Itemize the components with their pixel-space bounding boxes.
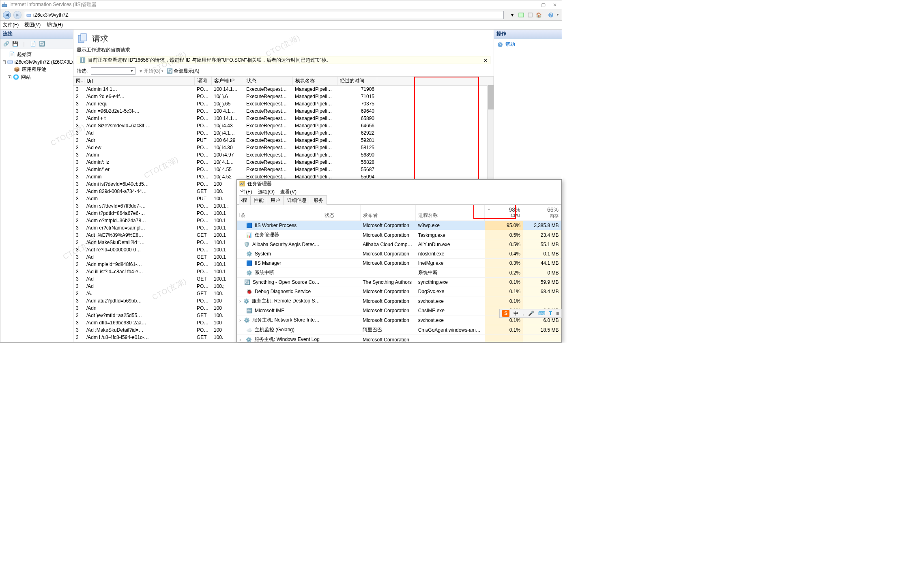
svg-text:?: ? [550, 12, 552, 18]
taskmgr-title: 任务管理器 [247, 180, 272, 187]
address-text: iZ6cx3lv9vyth7Z [33, 12, 69, 18]
filter-showall[interactable]: 🔄全部显示(A) [167, 68, 200, 75]
table-row[interactable]: 3/Ad ewPOST10( i4.30ExecuteRequestHan…Ma… [73, 144, 494, 151]
sogou-icon[interactable]: S [502, 310, 509, 317]
table-row[interactable]: 3/AdmiPOST100 i4.97ExecuteRequestHan…Man… [73, 151, 494, 159]
svg-rect-2 [27, 14, 31, 17]
ime-menu-icon[interactable]: ≡ [556, 311, 559, 316]
tree-server[interactable]: −iZ6cx3lv9vyth7Z (IZ6CX3LV9 [2, 58, 72, 66]
tm-menu-file[interactable]: '件(F) [240, 189, 252, 195]
tm-row[interactable]: 🟦IIS ManagerMicrosoft CorporationInetMgr… [237, 259, 561, 268]
connections-header: 连接 [0, 30, 73, 39]
table-row[interactable]: 3/Admin/' erPOST10( 4.55ExecuteRequestHa… [73, 166, 494, 173]
ime-bar[interactable]: S 中 , 🎤 ⌨ T ≡ [499, 309, 562, 318]
tm-row[interactable]: 🛡️Alibaba Security Aegis Detec…Alibaba C… [237, 240, 561, 249]
help-icon: ? [497, 42, 503, 47]
tm-row[interactable]: ☁️主机监控 (Golang)阿里巴巴CmsGoAgent.windows-am… [237, 325, 561, 335]
tab-processes[interactable]: ·程 [239, 195, 251, 205]
info-icon: ℹ️ [80, 57, 86, 63]
tm-row[interactable]: 📊任务管理器Microsoft CorporationTaskmgr.exe0.… [237, 230, 561, 240]
table-row[interactable]: 3/Adm ?d e6-e4f…POST10( ).6ExecuteReques… [73, 93, 494, 100]
tree-start-page[interactable]: 📄起始页 [2, 51, 72, 58]
table-row[interactable]: 3/Adn Size?smdevId=6ac8lf-…POST10( i4.43… [73, 122, 494, 129]
tm-menu-options[interactable]: 选项(O) [258, 189, 275, 195]
home-icon[interactable]: 🏠 [535, 11, 543, 19]
table-row[interactable]: 3/Admin 14.1…POST100 14.1…ExecuteRequest… [73, 86, 494, 93]
tab-details[interactable]: 详细信息 [284, 195, 310, 205]
connect-icon[interactable]: 🔗 [3, 41, 9, 47]
ime-lang[interactable]: 中 [514, 310, 518, 317]
server-icon [26, 12, 32, 18]
table-row[interactable]: 3/Adn =96b2d2e1-5c3f-…POST100 4.1…Execut… [73, 107, 494, 115]
maximize-button[interactable]: ▢ [541, 2, 546, 8]
ime-t[interactable]: T [549, 311, 552, 316]
svg-rect-12 [240, 181, 245, 186]
filter-label: 筛选: [77, 68, 88, 75]
connections-tree[interactable]: 📄起始页 −iZ6cx3lv9vyth7Z (IZ6CX3LV9 📦应用程序池 … [0, 49, 73, 83]
tm-menu-view[interactable]: 查看(V) [280, 189, 297, 195]
filter-bar: 筛选: ▼ ▼开始(G)▾ 🔄全部显示(A) [73, 66, 494, 76]
stop-icon[interactable] [526, 11, 534, 19]
address-box[interactable]: iZ6cx3lv9vyth7Z [24, 11, 504, 19]
tree-apppools[interactable]: 📦应用程序池 [7, 66, 72, 73]
titlebar: Internet Information Services (IIS)管理器 —… [0, 0, 562, 9]
col-client[interactable]: 客户端 IP [211, 77, 244, 86]
tm-row[interactable]: 🟦IIS Worker ProcessMicrosoft Corporation… [237, 221, 561, 230]
col-state[interactable]: 状态 [244, 77, 292, 86]
table-row[interactable]: 3/Admi + tPOST100 14.1…ExecuteRequestHan… [73, 115, 494, 122]
taskmgr-table[interactable]: iゑ 状态 发布者 进程名称 ⌄98%CPU 66%内存 🟦IIS Worker… [237, 205, 561, 342]
help-link[interactable]: ? 帮助 [497, 40, 559, 49]
filter-input[interactable]: ▼ [91, 67, 135, 75]
menu-file[interactable]: 文件(F) [3, 21, 19, 28]
tm-row[interactable]: ⚙️SystemMicrosoft Corporationntoskrnl.ex… [237, 249, 561, 259]
col-url[interactable]: Url [84, 77, 194, 86]
dropdown-icon[interactable]: ▾ [509, 11, 516, 19]
back-button[interactable]: ◀ [3, 11, 11, 19]
tm-row[interactable]: 🔄Syncthing - Open Source Co…The Syncthin… [237, 278, 561, 287]
col-verb[interactable]: 谓词 [194, 77, 211, 86]
minimize-button[interactable]: — [529, 2, 534, 8]
info-close-icon[interactable]: ✕ [483, 58, 488, 63]
taskmgr-tabs: ·程 性能 用户 详细信息 服务 [237, 196, 561, 205]
ime-keyboard-icon[interactable]: ⌨ [538, 311, 545, 316]
iis-icon [1, 2, 8, 8]
navbar: ◀ ▶ iZ6cx3lv9vyth7Z ▾ 🏠 | ? ▼ [0, 9, 562, 21]
forward-button[interactable]: ▶ [13, 11, 21, 19]
tmcol-cpu[interactable]: ⌄98%CPU [485, 205, 523, 221]
table-row[interactable]: 3/Adn requPOST10( ).65ExecuteRequestHan…… [73, 100, 494, 107]
svg-rect-1 [4, 2, 5, 4]
table-row[interactable]: 3/AdPOST10( i4.1…ExecuteRequestHan…Manag… [73, 129, 494, 137]
tmcol-procname[interactable]: 进程名称 [416, 205, 485, 221]
col-module[interactable]: 模块名称 [292, 77, 337, 86]
tm-row[interactable]: ›⚙️服务主机: Windows Event LogMicrosoft Corn… [237, 335, 561, 342]
help-icon[interactable]: ? [547, 11, 554, 19]
menu-help[interactable]: 帮助(H) [46, 21, 63, 28]
doc-icon[interactable]: 📄 [30, 41, 36, 47]
tmcol-mem[interactable]: 66%内存 [523, 205, 561, 221]
tm-row[interactable]: ⚙️系统中断系统中断0.2%0 MB [237, 268, 561, 278]
save-icon[interactable]: 💾 [12, 41, 18, 47]
col-net[interactable]: 网... [73, 77, 84, 86]
tmcol-name[interactable]: iゑ [237, 205, 322, 221]
close-button[interactable]: ✕ [553, 2, 557, 8]
tab-users[interactable]: 用户 [267, 195, 284, 205]
filter-start[interactable]: ▼开始(G)▾ [139, 68, 163, 75]
table-row[interactable]: 3/Admin/: izPOST10( 4.1…ExecuteRequestHa… [73, 159, 494, 166]
tmcol-status[interactable]: 状态 [322, 205, 360, 221]
tab-performance[interactable]: 性能 [250, 195, 267, 205]
menu-view[interactable]: 视图(V) [24, 21, 41, 28]
refresh-connections-icon[interactable] [518, 11, 525, 19]
requests-icon [77, 33, 88, 44]
tm-row[interactable]: ›⚙️服务主机: Remote Desktop S…Microsoft Corp… [237, 296, 561, 306]
col-elapsed[interactable]: 经过的时间 [337, 77, 377, 86]
taskmgr-menubar: '件(F) 选项(O) 查看(V) [237, 188, 561, 196]
ime-mic-icon[interactable]: 🎤 [528, 311, 534, 316]
table-row[interactable]: 3/AdrPUT100 64.29ExecuteRequestHan…Manag… [73, 137, 494, 144]
tree-sites[interactable]: +🌐网站 [7, 73, 72, 81]
page-subtitle: 显示工作进程的当前请求 [73, 47, 494, 56]
tm-row[interactable]: 🐞Debug Diagnostic ServiceMicrosoft Corpo… [237, 287, 561, 296]
refresh-icon[interactable]: 🔄 [39, 41, 45, 47]
tab-services[interactable]: 服务 [310, 195, 327, 205]
svg-rect-0 [2, 4, 7, 7]
tmcol-publisher[interactable]: 发布者 [360, 205, 415, 221]
